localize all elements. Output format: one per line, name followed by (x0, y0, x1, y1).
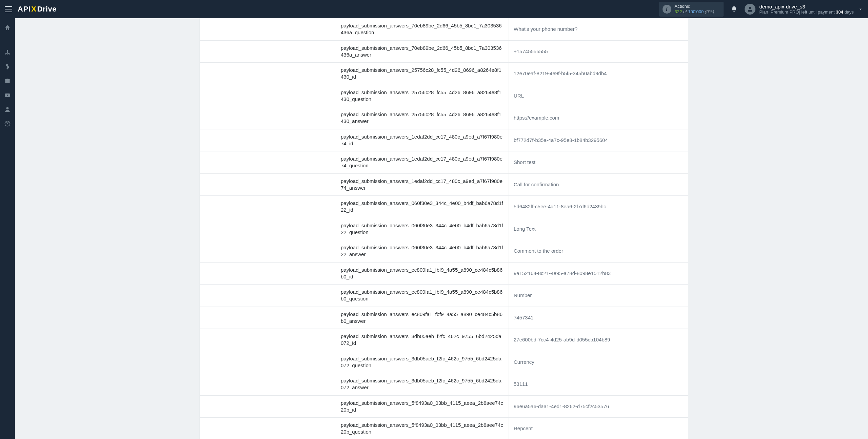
sidebar-nav (0, 18, 15, 439)
table-row: payload_submission_answers_70eb89be_2d66… (200, 18, 688, 41)
avatar-icon (745, 4, 755, 15)
table-row: payload_submission_answers_3db05aeb_f2fc… (200, 329, 688, 351)
field-key: payload_submission_answers_70eb89be_2d66… (339, 18, 509, 40)
field-value: https://example.com (509, 107, 688, 129)
field-value: 53111 (509, 373, 688, 395)
field-key: payload_submission_answers_060f30e3_344c… (339, 240, 509, 262)
field-value: Number (509, 285, 688, 307)
field-key: payload_submission_answers_060f30e3_344c… (339, 196, 509, 218)
main-content: payload_submission_answers_70eb89be_2d66… (15, 18, 868, 439)
field-key: payload_submission_answers_3db05aeb_f2fc… (339, 329, 509, 351)
notifications-icon[interactable] (730, 5, 738, 13)
logo-text-x: X (31, 5, 36, 14)
data-card: payload_submission_answers_70eb89be_2d66… (200, 18, 688, 439)
svg-point-4 (7, 54, 8, 55)
table-row: payload_submission_answers_060f30e3_344c… (200, 218, 688, 241)
help-icon[interactable] (4, 120, 11, 127)
profile-icon[interactable] (4, 106, 11, 113)
table-row: payload_submission_answers_3db05aeb_f2fc… (200, 373, 688, 396)
field-value: 5d6482ff-c5ee-4d11-8ea6-2f7d6d2439bc (509, 196, 688, 218)
actions-percent: (0%) (704, 9, 714, 14)
table-row: payload_submission_answers_25756c28_fc55… (200, 63, 688, 85)
field-value: Currency (509, 351, 688, 373)
logo-text-drive: Drive (37, 5, 57, 14)
field-value: Comment to the order (509, 240, 688, 262)
table-row: payload_submission_answers_1edaf2dd_cc17… (200, 174, 688, 196)
table-row: payload_submission_answers_060f30e3_344c… (200, 240, 688, 263)
table-row: payload_submission_answers_3db05aeb_f2fc… (200, 351, 688, 374)
video-icon[interactable] (4, 92, 11, 99)
field-key: payload_submission_answers_5f8493a0_03bb… (339, 418, 509, 439)
field-key: payload_submission_answers_ec809fa1_fbf9… (339, 285, 509, 307)
logo-text-api: API (18, 5, 31, 14)
actions-count: 322 (675, 9, 682, 14)
top-header: API X Drive i Actions: 322 of 100'000 (0… (0, 0, 868, 18)
app-logo[interactable]: API X Drive (18, 5, 57, 14)
svg-point-2 (5, 54, 6, 55)
field-key: payload_submission_answers_060f30e3_344c… (339, 218, 509, 240)
field-key: payload_submission_answers_3db05aeb_f2fc… (339, 373, 509, 395)
billing-icon[interactable] (4, 63, 11, 70)
field-value: 12e70eaf-8219-4e9f-b5f5-345b0abd9db4 (509, 63, 688, 85)
actions-max: 100'000 (688, 9, 704, 14)
svg-point-3 (9, 54, 10, 55)
field-value: Long Text (509, 218, 688, 240)
field-value: bf772d7f-b35a-4a7c-95e8-1b84b3295604 (509, 129, 688, 151)
field-value: Repcent (509, 418, 688, 439)
field-key: payload_submission_answers_1edaf2dd_cc17… (339, 174, 509, 196)
table-row: payload_submission_answers_ec809fa1_fbf9… (200, 285, 688, 307)
field-value: Short test (509, 151, 688, 173)
field-key: payload_submission_answers_25756c28_fc55… (339, 63, 509, 85)
field-value: What's your phone number? (509, 18, 688, 40)
chevron-down-icon (858, 6, 863, 12)
svg-point-6 (6, 107, 9, 109)
field-key: payload_submission_answers_3db05aeb_f2fc… (339, 351, 509, 373)
actions-label: Actions: (675, 4, 714, 9)
field-key: payload_submission_answers_25756c28_fc55… (339, 107, 509, 129)
field-value: 9a152164-8c21-4e95-a78d-8098e1512b83 (509, 263, 688, 285)
connections-icon[interactable] (4, 49, 11, 56)
field-key: payload_submission_answers_ec809fa1_fbf9… (339, 307, 509, 329)
table-row: payload_submission_answers_25756c28_fc55… (200, 107, 688, 129)
user-name: demo_apix-drive_s3 (760, 4, 854, 9)
svg-point-1 (7, 50, 8, 51)
field-value: +15745555555 (509, 41, 688, 63)
table-row: payload_submission_answers_060f30e3_344c… (200, 196, 688, 218)
briefcase-icon[interactable] (4, 78, 11, 84)
table-row: payload_submission_answers_5f8493a0_03bb… (200, 418, 688, 439)
field-key: payload_submission_answers_25756c28_fc55… (339, 85, 509, 107)
data-table: payload_submission_answers_70eb89be_2d66… (200, 18, 688, 439)
actions-counter[interactable]: i Actions: 322 of 100'000 (0%) (659, 2, 724, 17)
field-key: payload_submission_answers_ec809fa1_fbf9… (339, 263, 509, 285)
field-value: 27e600bd-7cc4-4d25-ab9d-d055cb104b89 (509, 329, 688, 351)
field-value: 7457341 (509, 307, 688, 329)
field-key: payload_submission_answers_5f8493a0_03bb… (339, 396, 509, 418)
table-row: payload_submission_answers_25756c28_fc55… (200, 85, 688, 107)
user-menu[interactable]: demo_apix-drive_s3 Plan |Premium PRO| le… (745, 4, 863, 15)
svg-point-0 (749, 7, 751, 9)
table-row: payload_submission_answers_70eb89be_2d66… (200, 41, 688, 63)
table-row: payload_submission_answers_ec809fa1_fbf9… (200, 307, 688, 329)
field-value: URL (509, 85, 688, 107)
home-icon[interactable] (4, 24, 11, 31)
field-value: 96e6a5a6-daa1-4ed1-8262-d75cf2c53576 (509, 396, 688, 418)
table-row: payload_submission_answers_5f8493a0_03bb… (200, 396, 688, 418)
user-plan: Plan |Premium PRO| left until payment 30… (760, 9, 854, 15)
table-row: payload_submission_answers_ec809fa1_fbf9… (200, 263, 688, 285)
table-row: payload_submission_answers_1edaf2dd_cc17… (200, 129, 688, 152)
menu-toggle[interactable] (5, 6, 12, 12)
table-row: payload_submission_answers_1edaf2dd_cc17… (200, 151, 688, 174)
info-icon: i (663, 5, 671, 14)
field-value: Call for confirmation (509, 174, 688, 196)
field-key: payload_submission_answers_70eb89be_2d66… (339, 41, 509, 63)
field-key: payload_submission_answers_1edaf2dd_cc17… (339, 129, 509, 151)
svg-point-8 (7, 125, 8, 125)
field-key: payload_submission_answers_1edaf2dd_cc17… (339, 151, 509, 173)
